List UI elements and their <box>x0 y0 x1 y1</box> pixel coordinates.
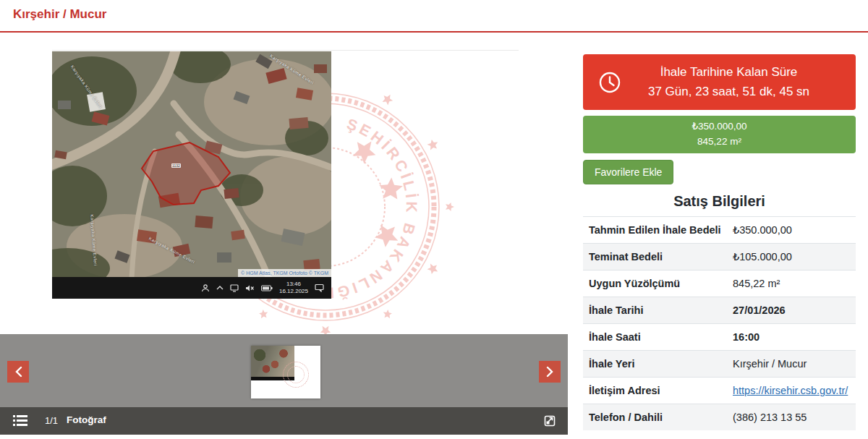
contact-address-link[interactable]: https://kirsehir.csb.gov.tr/ <box>733 385 848 396</box>
sale-info-table: Tahmin Edilen İhale Bedeli ₺350.000,00 T… <box>583 216 856 430</box>
countdown-box: İhale Tarihine Kalan Süre 37 Gün, 23 saa… <box>583 54 856 110</box>
row-label: Teminat Bedeli <box>583 245 727 268</box>
row-label: Uygun Yüzölçümü <box>583 272 727 295</box>
row-label: Telefon / Dahili <box>583 406 727 429</box>
photo-thumbnail[interactable] <box>251 346 320 398</box>
header-divider <box>0 31 868 33</box>
table-row: İletişim Adresi https://kirsehir.csb.gov… <box>583 377 856 404</box>
network-icon <box>230 284 239 292</box>
notification-icon <box>315 284 324 292</box>
table-row: Tahmin Edilen İhale Bedeli ₺350.000,00 <box>583 216 856 243</box>
photo-counter-label: Fotoğraf <box>67 414 106 425</box>
map-attribution: © HGM Atlas, TKGM Ortofoto © TKGM <box>238 269 331 277</box>
row-value: 845,22 m² <box>727 272 856 295</box>
battery-icon <box>261 285 273 291</box>
satellite-map-image: Karşıyaka Küme Evleri Karşıyaka Küme Evl… <box>52 51 331 277</box>
chevron-left-icon <box>14 366 22 378</box>
windows-taskbar: 13:46 16.12.2025 <box>52 277 331 299</box>
row-label: İhale Yeri <box>583 352 727 375</box>
area-value: 845,22 m² <box>583 135 856 150</box>
row-label: İhale Tarihi <box>583 299 727 322</box>
sale-info-heading: Satış Bilgileri <box>583 193 856 210</box>
clock-icon <box>597 70 622 95</box>
price-box: ₺350.000,00 845,22 m² <box>583 116 856 153</box>
row-label: İhale Saati <box>583 325 727 349</box>
row-value: Kırşehir / Mucur <box>727 352 856 375</box>
parcel-number-label: 1132 <box>171 163 181 168</box>
gallery-toolbar: 1/1 Fotoğraf <box>0 407 568 435</box>
row-label: Tahmin Edilen İhale Bedeli <box>583 218 727 242</box>
price-value: ₺350.000,00 <box>583 119 856 135</box>
thumbnail-watermark <box>283 362 309 388</box>
row-label: İletişim Adresi <box>583 379 727 402</box>
photo-counter: 1/1 <box>45 415 58 426</box>
row-value: ₺350.000,00 <box>727 218 856 242</box>
table-row: Telefon / Dahili (386) 213 13 55 <box>583 404 856 430</box>
sale-panel: İhale Tarihine Kalan Süre 37 Gün, 23 saa… <box>583 54 856 430</box>
row-value: (386) 213 13 55 <box>727 406 856 429</box>
speaker-muted-icon <box>245 284 255 292</box>
table-row: Teminat Bedeli ₺105.000,00 <box>583 243 856 270</box>
table-row: İhale Tarihi 27/01/2026 <box>583 297 856 323</box>
thumbnail-list-icon[interactable] <box>13 414 27 427</box>
chevron-right-icon <box>546 366 554 378</box>
thumbnail-strip <box>0 334 568 407</box>
photo-viewer: ŞEHİRCİLİK BAKANLIĞI <box>52 50 519 334</box>
row-value: 27/01/2026 <box>727 299 856 322</box>
chevron-up-icon <box>216 285 224 291</box>
watermark-text: ŞEHİRCİLİK BAKANLIĞI <box>327 115 421 302</box>
table-row: İhale Saati 16:00 <box>583 323 856 350</box>
row-value: ₺105.000,00 <box>727 245 856 268</box>
add-to-favorites-button[interactable]: Favorilere Ekle <box>583 160 673 184</box>
svg-text:ŞEHİRCİLİK BAKANLIĞI: ŞEHİRCİLİK BAKANLIĞI <box>327 115 421 302</box>
main-photo[interactable]: Karşıyaka Küme Evleri Karşıyaka Küme Evl… <box>52 51 331 299</box>
taskbar-clock: 13:46 16.12.2025 <box>279 281 308 295</box>
fullscreen-icon[interactable] <box>542 414 556 427</box>
gallery-prev-button[interactable] <box>7 361 29 383</box>
table-row: İhale Yeri Kırşehir / Mucur <box>583 350 856 377</box>
countdown-title: İhale Tarihine Kalan Süre <box>608 63 850 82</box>
page-title: Kırşehir / Mucur <box>13 7 106 22</box>
countdown-remaining: 37 Gün, 23 saat, 51 dk, 45 sn <box>608 82 850 101</box>
auction-detail-page: Kırşehir / Mucur <box>0 0 868 439</box>
row-value: 16:00 <box>727 325 856 349</box>
table-row: Uygun Yüzölçümü 845,22 m² <box>583 270 856 297</box>
gallery-next-button[interactable] <box>539 361 561 383</box>
person-icon <box>201 284 210 292</box>
